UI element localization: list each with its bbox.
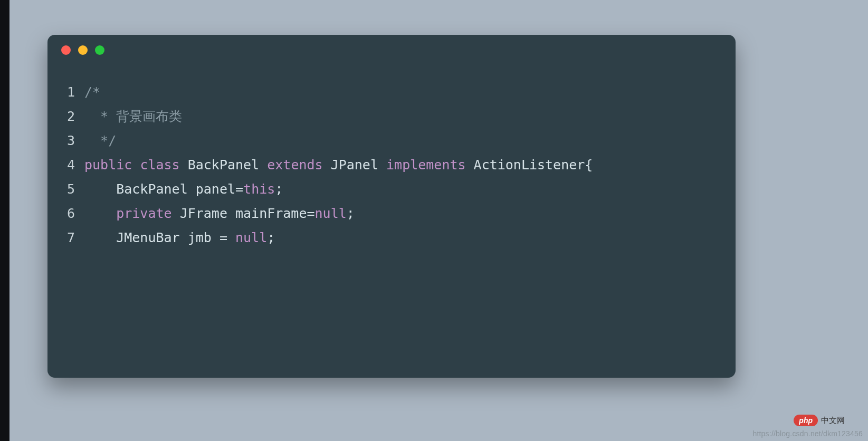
window-minimize-button[interactable] <box>78 45 88 55</box>
code-token: public <box>84 157 132 172</box>
code-token: = <box>212 230 235 245</box>
code-content: BackPanel panel=this; <box>84 177 283 202</box>
line-number: 7 <box>47 226 84 250</box>
code-token: ; <box>347 206 355 221</box>
code-token: extends <box>267 157 322 172</box>
code-token <box>180 230 188 245</box>
code-content: public class BackPanel extends JPanel im… <box>84 153 593 177</box>
code-token: class <box>140 157 179 172</box>
code-token: /* <box>84 84 100 100</box>
code-content: */ <box>84 129 116 153</box>
watermark-label: 中文网 <box>821 416 845 426</box>
code-token <box>84 206 116 221</box>
line-number: 2 <box>47 104 84 129</box>
code-token <box>132 157 140 172</box>
code-token: this <box>243 181 275 197</box>
code-token: JMenuBar <box>116 230 179 245</box>
line-number: 5 <box>47 177 84 202</box>
line-number: 3 <box>47 129 84 153</box>
window-titlebar <box>47 35 736 65</box>
code-content: /* <box>84 80 100 104</box>
code-token: jmb <box>188 230 212 245</box>
code-token: panel <box>196 181 235 197</box>
code-token: private <box>116 206 171 221</box>
code-token: BackPanel <box>188 157 259 172</box>
code-token: JFrame <box>180 206 227 221</box>
code-token: null <box>315 206 347 221</box>
left-strip <box>0 0 9 441</box>
code-line: 5 BackPanel panel=this; <box>47 177 736 202</box>
code-line: 7 JMenuBar jmb = null; <box>47 226 736 250</box>
code-token: = <box>307 206 314 221</box>
code-token: ActionListener <box>474 157 585 172</box>
code-token <box>180 157 188 172</box>
line-number: 1 <box>47 80 84 104</box>
code-token: * 背景画布类 <box>84 109 182 124</box>
code-line: 2 * 背景画布类 <box>47 104 736 129</box>
code-token: null <box>235 230 267 245</box>
code-token <box>259 157 267 172</box>
code-token: mainFrame <box>235 206 307 221</box>
code-line: 3 */ <box>47 129 736 153</box>
watermark-url: https://blog.csdn.net/dkm123456 <box>752 429 863 438</box>
code-token: ; <box>275 181 283 197</box>
window-close-button[interactable] <box>61 45 71 55</box>
code-token: { <box>585 157 593 172</box>
code-area: 1/*2 * 背景画布类3 */4public class BackPanel … <box>47 65 736 250</box>
code-token <box>172 206 180 221</box>
code-content: private JFrame mainFrame=null; <box>84 202 355 226</box>
code-token: implements <box>386 157 466 172</box>
code-line: 6 private JFrame mainFrame=null; <box>47 202 736 226</box>
code-token <box>227 206 235 221</box>
code-token <box>466 157 474 172</box>
code-line: 1/* <box>47 80 736 104</box>
code-token <box>323 157 331 172</box>
code-token: ; <box>267 230 275 245</box>
code-content: JMenuBar jmb = null; <box>84 226 275 250</box>
code-token <box>378 157 386 172</box>
code-token <box>84 230 116 245</box>
window-zoom-button[interactable] <box>95 45 104 55</box>
line-number: 4 <box>47 153 84 177</box>
code-token: = <box>235 181 243 197</box>
line-number: 6 <box>47 202 84 226</box>
code-token <box>84 181 116 197</box>
code-token: BackPanel <box>116 181 187 197</box>
code-token <box>188 181 196 197</box>
watermark-pill: php <box>794 415 818 426</box>
watermark-badge: php 中文网 <box>794 415 845 426</box>
code-window: 1/*2 * 背景画布类3 */4public class BackPanel … <box>47 35 736 378</box>
code-content: * 背景画布类 <box>84 104 182 129</box>
code-token: JPanel <box>331 157 378 172</box>
code-line: 4public class BackPanel extends JPanel i… <box>47 153 736 177</box>
code-token: */ <box>84 133 116 148</box>
